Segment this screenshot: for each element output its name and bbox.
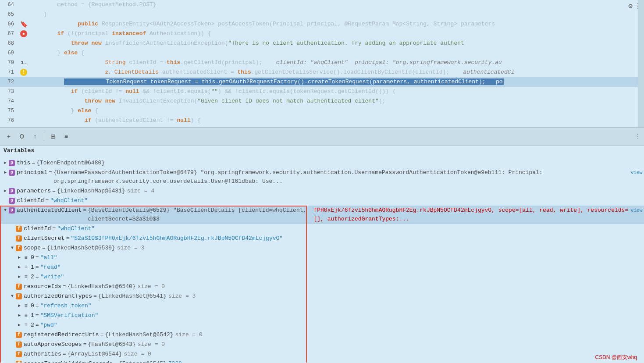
expand-authorities <box>9 350 16 359</box>
more-button[interactable]: ≡ <box>61 131 71 142</box>
var-item-authenticatedclient[interactable]: p authenticatedClient = {BaseClientDetai… <box>0 206 644 224</box>
var-item-resourceids[interactable]: f resourceIds = {LinkedHashSet@6540} siz… <box>0 282 644 292</box>
expand-parameters[interactable] <box>2 187 9 196</box>
var-val-hash: fPH0xEjk/6fzvl5hGhmAORugbHF2Eg.rkJBpN5OC… <box>313 206 629 224</box>
expand-this[interactable] <box>2 159 9 167</box>
expand-grant-0[interactable] <box>16 302 23 310</box>
var-val-scope: {LinkedHashSet@6539} <box>47 244 115 253</box>
panel-settings-btn[interactable]: ⋮ <box>635 133 640 140</box>
var-item-clientid[interactable]: p clientId = "whqClient" <box>0 196 644 206</box>
var-item-autoapprove[interactable]: f autoApproveScopes = {HashSet@6543} siz… <box>0 340 644 349</box>
badge-grant-1 <box>23 313 29 319</box>
badge-clientid: p <box>9 198 15 204</box>
var-item-clientid-inner[interactable]: f clientId = "whqClient" <box>0 224 644 234</box>
var-item-this[interactable]: p this = {TokenEndpoint@6480} <box>0 158 644 168</box>
var-item-scope-2[interactable]: 2 = "write" <box>0 272 644 282</box>
expand-grant-1[interactable] <box>16 311 23 320</box>
var-val-grant-2: "pwd" <box>40 321 57 330</box>
var-name-redirecturis: registeredRedirectUris <box>24 331 99 339</box>
var-size-grantTypes: size = 3 <box>168 292 196 301</box>
settings-icon[interactable]: ⚙ <box>628 2 633 11</box>
var-eq-grant-2: = <box>36 321 39 330</box>
breakpoint-icon-67[interactable]: ● <box>20 30 27 37</box>
code-content-73: if (clientId != null && !clientId.equals… <box>30 87 644 96</box>
var-eq-resourceids: = <box>63 282 66 291</box>
step-marker-1: 1. <box>21 60 26 65</box>
var-val-autoapprove: {HashSet@6543} <box>88 340 135 349</box>
var-item-scope-1[interactable]: 1 = "read" <box>0 263 644 272</box>
var-val-scope-2: "write" <box>40 273 64 281</box>
line-num-65: 65 <box>0 11 18 18</box>
view-link-principal[interactable]: View <box>631 168 642 177</box>
vertical-dots-icon[interactable]: ⋮ <box>634 2 641 11</box>
expand-scope[interactable] <box>9 244 16 253</box>
expand-scope-1[interactable] <box>16 263 23 272</box>
expand-scope-2[interactable] <box>16 273 23 281</box>
var-item-clientsecret[interactable]: f clientSecret = "$2a$10$3fPH0xEjk/6fzvl… <box>0 234 644 243</box>
var-name-scope-1: 1 <box>31 263 34 272</box>
var-item-grant-0[interactable]: 0 = "refresh_token" <box>0 301 644 311</box>
scrollbar-right-code[interactable] <box>638 0 644 127</box>
var-eq-scope-2: = <box>36 273 39 281</box>
table-button[interactable]: ⊞ <box>48 131 58 142</box>
var-eq-parameters: = <box>52 187 56 196</box>
expand-principal[interactable] <box>2 168 9 177</box>
add-button[interactable]: + <box>4 131 14 142</box>
var-size-scope: size = 3 <box>117 244 144 253</box>
var-val-clientid: "whqClient" <box>50 196 88 205</box>
var-item-principal[interactable]: p principal = {UsernamePasswordAuthentic… <box>0 168 644 186</box>
view-link-authenticated[interactable]: View <box>631 206 642 215</box>
var-item-grant-2[interactable]: 2 = "pwd" <box>0 320 644 330</box>
gutter-70: 1. <box>18 60 30 65</box>
var-val-clientid-inner: "whqClient" <box>57 224 95 233</box>
badge-autoapprove: f <box>16 342 22 348</box>
var-val-scope-0: "all" <box>40 253 57 262</box>
var-eq-accesstoken: = <box>114 359 117 363</box>
var-eq-clientsecret: = <box>66 234 70 243</box>
var-item-scope[interactable]: f scope = {LinkedHashSet@6539} size = 3 <box>0 243 644 253</box>
expand-authenticatedclient[interactable] <box>2 206 9 215</box>
var-name-principal: principal <box>17 168 47 177</box>
expand-resourceids <box>9 282 16 291</box>
var-eq-autoapprove: = <box>83 340 87 349</box>
expand-autoapprove <box>9 340 16 349</box>
code-content-74: throw new InvalidClientException("Given … <box>30 96 644 106</box>
var-item-redirecturis[interactable]: f registeredRedirectUris = {LinkedHashSe… <box>0 330 644 340</box>
line-num-76: 76 <box>0 117 18 124</box>
var-item-accesstoken[interactable]: f accessTokenValiditySeconds = {Integer@… <box>0 359 644 363</box>
var-item-grantTypes[interactable]: f authorizedGrantTypes = {LinkedHashSet@… <box>0 292 644 301</box>
badge-scope-0 <box>23 255 29 261</box>
var-eq-clientid: = <box>45 196 49 205</box>
up-button[interactable]: ↑ <box>30 131 40 142</box>
badge-authorities: f <box>16 351 22 357</box>
line-num-66: 66 <box>0 21 18 27</box>
var-item-scope-0[interactable]: 0 = "all" <box>0 253 644 263</box>
line-num-67: 67 <box>0 31 18 37</box>
watch-button[interactable] <box>17 131 27 142</box>
var-val-grant-0: "refresh_token" <box>40 302 92 310</box>
var-item-grant-1[interactable]: 1 = "SMSVerification" <box>0 311 644 320</box>
var-val-redirecturis: {LinkedHashSet@6542} <box>105 331 173 339</box>
authenticated-client-section: p authenticatedClient = {BaseClientDetai… <box>0 206 644 363</box>
line-num-70: 70 <box>0 60 18 66</box>
badge-redirecturis: f <box>16 332 22 338</box>
code-content-64: method = {RequestMethod.POST} <box>30 0 644 10</box>
badge-clientsecret: f <box>16 235 22 242</box>
warning-icon-71: ! <box>20 69 27 76</box>
code-line-73: 73 if (clientId != null && !clientId.equ… <box>0 87 644 96</box>
var-item-parameters[interactable]: p parameters = {LinkedHashMap@6481} size… <box>0 186 644 196</box>
expand-grantTypes[interactable] <box>9 292 16 301</box>
expand-scope-0[interactable] <box>16 253 23 262</box>
line-num-71: 71 <box>0 69 18 75</box>
var-num-accesstoken: 7200 <box>168 359 182 363</box>
badge-authenticatedclient: p <box>9 207 15 214</box>
var-item-authorities[interactable]: f authorities = {ArrayList@6544} size = … <box>0 349 644 359</box>
var-name-scope-0: 0 <box>31 253 34 262</box>
var-val-scope-1: "read" <box>40 263 61 272</box>
code-content-68: throw new InsufficientAuthenticationExce… <box>30 39 644 48</box>
var-name-accesstoken: accessTokenValiditySeconds <box>24 359 113 363</box>
expand-redirecturis <box>9 331 16 339</box>
expand-grant-2[interactable] <box>16 321 23 330</box>
var-val-accesstoken: {Integer@6545} <box>119 359 167 363</box>
var-eq-clientid-inner: = <box>52 224 56 233</box>
